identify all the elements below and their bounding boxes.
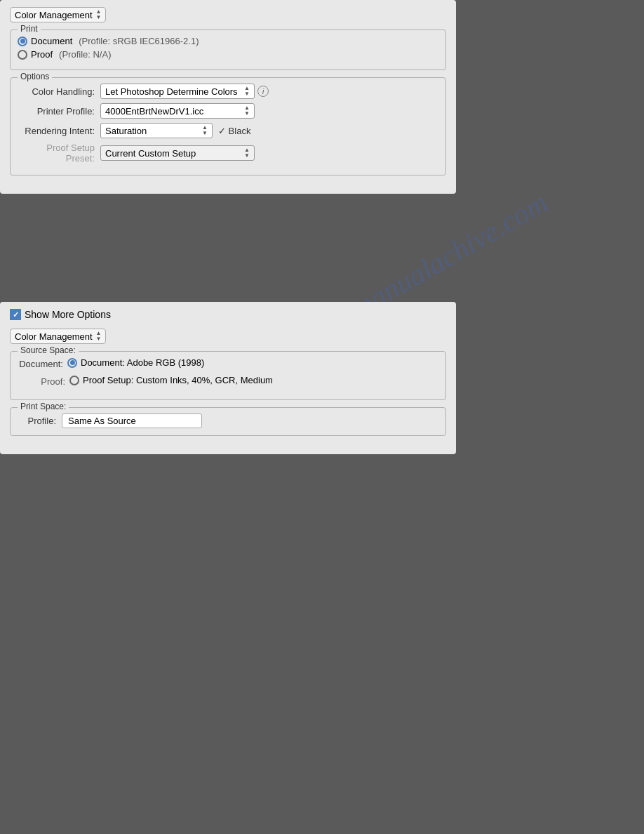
show-more-options-row[interactable]: Show More Options	[10, 309, 446, 320]
print-space-title: Print Space:	[18, 402, 69, 411]
source-proof-radio[interactable]	[69, 376, 79, 385]
rendering-intent-value: Saturation	[105, 126, 147, 136]
color-management-dropdown[interactable]: Color Management ▲▼	[10, 7, 106, 22]
source-space-title: Source Space:	[18, 345, 79, 355]
proof-setup-value: Current Custom Setup	[105, 148, 196, 159]
printer-profile-value: 4000EntBrtNewDrV1.icc	[105, 106, 203, 117]
rendering-intent-dropdown[interactable]: Saturation ▲▼	[100, 123, 213, 138]
rendering-intent-extra: ✓ Black	[218, 126, 250, 136]
show-more-options-checkbox[interactable]	[10, 309, 21, 320]
source-proof-radio-row[interactable]: Proof Setup: Custom Inks, 40%, GCR, Medi…	[69, 375, 273, 385]
color-handling-value: Let Photoshop Determine Colors	[105, 86, 238, 97]
source-proof-row: Proof: Proof Setup: Custom Inks, 40%, GC…	[18, 375, 438, 388]
document-radio-row[interactable]: Document (Profile: sRGB IEC61966-2.1)	[18, 36, 438, 46]
color-management-panel-bottom: Show More Options Color Management ▲▼ So…	[0, 302, 456, 454]
document-label: Document	[31, 36, 72, 46]
color-handling-row: Color Handling: Let Photoshop Determine …	[18, 84, 438, 99]
print-space-profile-row: Profile: Same As Source	[18, 413, 438, 428]
options-group: Options Color Handling: Let Photoshop De…	[10, 77, 446, 176]
color-management-panel-top: Color Management ▲▼ Print Document (Prof…	[0, 0, 456, 194]
rendering-intent-label: Rendering Intent:	[18, 126, 95, 136]
panel-bottom-header: Color Management ▲▼	[10, 329, 446, 344]
source-proof-label: Proof:	[23, 376, 65, 387]
proof-radio-row[interactable]: Proof (Profile: N/A)	[18, 49, 438, 60]
printer-profile-arrows-icon: ▲▼	[244, 105, 250, 117]
proof-setup-row: Proof Setup Preset: Current Custom Setup…	[18, 143, 438, 164]
printer-profile-label: Printer Profile:	[18, 106, 95, 117]
proof-setup-dropdown[interactable]: Current Custom Setup ▲▼	[100, 145, 255, 161]
print-group-title: Print	[18, 24, 41, 34]
proof-radio[interactable]	[18, 50, 27, 60]
color-handling-label: Color Handling:	[18, 86, 95, 97]
rendering-intent-arrows-icon: ▲▼	[202, 125, 208, 136]
source-space-group: Source Space: Document: Document: Adobe …	[10, 351, 446, 400]
panel-top-header: Color Management ▲▼	[10, 7, 446, 22]
document-radio[interactable]	[18, 37, 27, 46]
rendering-intent-row: Rendering Intent: Saturation ▲▼ ✓ Black	[18, 123, 438, 138]
show-more-options-label: Show More Options	[25, 309, 111, 320]
same-as-source-text: Same As Source	[68, 416, 136, 426]
proof-setup-label: Proof Setup Preset:	[18, 143, 95, 164]
source-document-value: Document: Adobe RGB (1998)	[81, 357, 204, 368]
options-group-title: Options	[18, 72, 52, 81]
print-group: Print Document (Profile: sRGB IEC61966-2…	[10, 29, 446, 70]
source-document-radio-row[interactable]: Document: Adobe RGB (1998)	[67, 357, 204, 368]
source-document-row: Document: Document: Adobe RGB (1998)	[18, 357, 438, 371]
printer-profile-row: Printer Profile: 4000EntBrtNewDrV1.icc ▲…	[18, 103, 438, 119]
print-space-profile-label: Profile:	[18, 416, 56, 426]
color-management-bottom-dropdown[interactable]: Color Management ▲▼	[10, 329, 106, 344]
proof-label: Proof	[31, 49, 53, 60]
proof-profile: (Profile: N/A)	[59, 49, 111, 60]
color-handling-dropdown[interactable]: Let Photoshop Determine Colors ▲▼	[100, 84, 255, 99]
print-space-group: Print Space: Profile: Same As Source	[10, 407, 446, 436]
document-profile: (Profile: sRGB IEC61966-2.1)	[79, 36, 199, 46]
dropdown-arrows-icon: ▲▼	[96, 9, 102, 20]
source-proof-value: Proof Setup: Custom Inks, 40%, GCR, Medi…	[83, 375, 273, 385]
dropdown-label: Color Management	[15, 10, 93, 20]
proof-setup-arrows-icon: ▲▼	[244, 147, 250, 159]
source-document-label: Document:	[18, 359, 63, 369]
dropdown-bottom-label: Color Management	[15, 331, 93, 342]
dropdown-bottom-arrows-icon: ▲▼	[96, 331, 102, 342]
printer-profile-dropdown[interactable]: 4000EntBrtNewDrV1.icc ▲▼	[100, 103, 255, 119]
print-space-profile-value: Same As Source	[62, 413, 202, 428]
source-document-radio[interactable]	[67, 358, 77, 368]
info-icon[interactable]: i	[257, 86, 269, 97]
color-handling-arrows-icon: ▲▼	[244, 86, 250, 97]
